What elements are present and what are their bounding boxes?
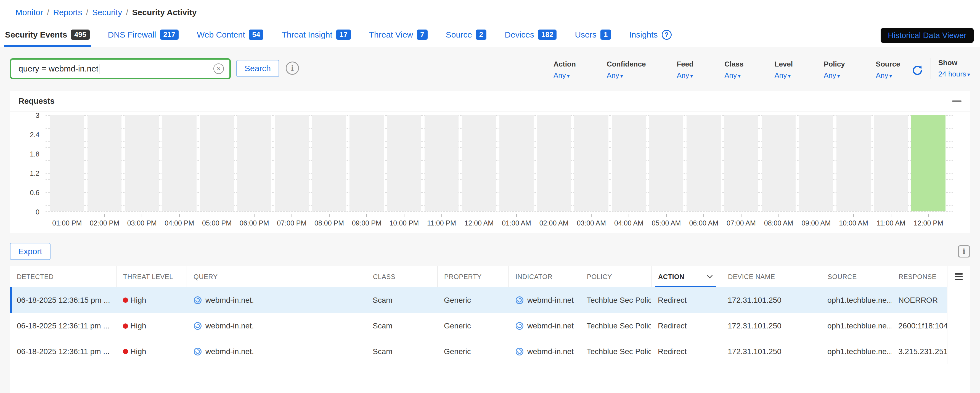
- x-tick-mark: [217, 214, 217, 217]
- table-row[interactable]: 06-18-2025 12:36:11 pm ...Highwebmd-in.n…: [10, 339, 970, 364]
- x-axis-cell: 12:00 PM: [911, 214, 945, 230]
- table-info-icon[interactable]: i: [958, 245, 970, 258]
- x-axis-cell: 08:00 AM: [762, 214, 796, 230]
- y-axis-ticks: 32.41.81.20.60: [19, 115, 40, 212]
- cell-threat-level: High: [116, 339, 187, 364]
- tab-devices[interactable]: Devices182: [504, 30, 558, 47]
- cell-class: Scam: [366, 313, 437, 339]
- x-tick-mark: [778, 214, 779, 217]
- x-tick-mark: [441, 214, 442, 217]
- show-label: Show: [938, 59, 970, 67]
- x-tick-label: 11:00 AM: [877, 219, 905, 227]
- x-axis-cell: 11:00 AM: [874, 214, 908, 230]
- x-tick-mark: [816, 214, 816, 217]
- column-header-query[interactable]: QUERY: [187, 266, 366, 287]
- threat-level-dot: [123, 349, 128, 354]
- table-row[interactable]: 06-18-2025 12:36:15 pm ...Highwebmd-in.n…: [10, 287, 970, 313]
- filter-source-dropdown[interactable]: Any▾: [876, 71, 900, 80]
- column-settings-menu[interactable]: [947, 266, 970, 287]
- hour-band: [125, 115, 159, 212]
- x-tick-mark: [628, 214, 629, 217]
- collapse-panel-icon[interactable]: [952, 100, 961, 102]
- show-value-dropdown[interactable]: 24 hours▾: [938, 70, 970, 78]
- column-header-class[interactable]: CLASS: [366, 266, 437, 287]
- gridline: [46, 212, 953, 212]
- column-header-indicator[interactable]: INDICATOR: [509, 266, 580, 287]
- hour-band: [762, 115, 796, 212]
- column-header-response[interactable]: RESPONSE: [892, 266, 947, 287]
- hour-band: [574, 115, 608, 212]
- column-header-device-name[interactable]: DEVICE NAME: [721, 266, 821, 287]
- cell-source: oph1.techblue.ne...: [821, 287, 892, 313]
- historical-data-viewer-button[interactable]: Historical Data Viewer: [881, 28, 974, 43]
- column-header-policy[interactable]: POLICY: [580, 266, 651, 287]
- chevron-down-icon[interactable]: [706, 273, 714, 281]
- security-events-table: DETECTEDTHREAT LEVELQUERYCLASSPROPERTYIN…: [10, 266, 970, 393]
- x-axis-cell: 04:00 PM: [162, 214, 197, 230]
- tab-source[interactable]: Source2: [445, 30, 488, 47]
- hour-band: [687, 115, 721, 212]
- menu-icon[interactable]: [955, 273, 963, 280]
- filter-feed: FeedAny▾: [677, 60, 694, 80]
- tab-dns-firewall[interactable]: DNS Firewall217: [107, 30, 180, 47]
- tab-label: Devices: [504, 30, 534, 40]
- caret-down-icon: ▾: [690, 73, 693, 79]
- tab-security-events[interactable]: Security Events495: [4, 30, 91, 47]
- caret-down-icon: ▾: [738, 73, 741, 79]
- search-button[interactable]: Search: [236, 60, 279, 77]
- table-row[interactable]: 06-18-2025 12:36:11 pm ...Highwebmd-in.n…: [10, 313, 970, 339]
- breadcrumb-link-monitor[interactable]: Monitor: [16, 8, 43, 17]
- x-tick-label: 09:00 PM: [352, 219, 382, 227]
- filter-value-text: Any: [607, 71, 619, 80]
- export-button[interactable]: Export: [10, 243, 51, 260]
- cell-threat-level: High: [116, 313, 187, 339]
- x-tick-label: 12:00 PM: [914, 219, 943, 227]
- x-tick-label: 01:00 PM: [52, 219, 82, 227]
- x-tick-label: 05:00 AM: [652, 219, 681, 227]
- x-axis-cell: 01:00 PM: [50, 214, 84, 230]
- clear-search-icon[interactable]: ×: [213, 64, 224, 74]
- x-tick-mark: [703, 214, 704, 217]
- tab-web-content[interactable]: Web Content54: [196, 30, 264, 47]
- x-axis-cell: 09:00 AM: [799, 214, 833, 230]
- column-header-threat-level[interactable]: THREAT LEVEL: [116, 266, 187, 287]
- domain-indicator-icon: [193, 296, 202, 305]
- filter-feed-dropdown[interactable]: Any▾: [677, 71, 694, 80]
- breadcrumb-link-reports[interactable]: Reports: [53, 8, 82, 17]
- filter-confidence-dropdown[interactable]: Any▾: [607, 71, 646, 80]
- domain-indicator-icon: [193, 321, 202, 330]
- column-header-detected[interactable]: DETECTED: [10, 266, 116, 287]
- column-header-property[interactable]: PROPERTY: [437, 266, 509, 287]
- filter-policy-dropdown[interactable]: Any▾: [824, 71, 845, 80]
- x-axis-cell: 11:00 PM: [425, 214, 459, 230]
- column-header-source[interactable]: SOURCE: [821, 266, 892, 287]
- search-input[interactable]: query = webmd-in.net ×: [10, 58, 231, 79]
- filter-action-dropdown[interactable]: Any▾: [554, 71, 576, 80]
- tab-label: DNS Firewall: [108, 30, 156, 40]
- indicator-text: webmd-in.net: [527, 321, 574, 330]
- tab-threat-view[interactable]: Threat View7: [368, 30, 429, 47]
- breadcrumb-link-security[interactable]: Security: [92, 8, 122, 17]
- x-tick-mark: [104, 214, 105, 217]
- x-tick-label: 05:00 PM: [202, 219, 232, 227]
- tab-label: Security Events: [5, 30, 67, 40]
- filter-level-dropdown[interactable]: Any▾: [775, 71, 793, 80]
- column-header-action[interactable]: ACTION: [651, 266, 721, 287]
- filter-source: SourceAny▾: [876, 60, 900, 80]
- tab-users[interactable]: Users1: [574, 30, 612, 47]
- tab-label: Insights: [629, 30, 657, 40]
- tab-insights[interactable]: Insights?: [628, 30, 673, 47]
- threat-level-dot: [123, 298, 128, 303]
- tab-threat-insight[interactable]: Threat Insight17: [280, 30, 352, 47]
- requests-panel-header: Requests: [10, 91, 970, 111]
- filter-class: ClassAny▾: [724, 60, 743, 80]
- cell-response: 2600:1f18:1043:...: [892, 313, 947, 339]
- hour-band: [275, 115, 309, 212]
- refresh-icon[interactable]: [911, 64, 923, 76]
- cell-policy: Techblue Sec Policy: [580, 287, 651, 313]
- filter-class-dropdown[interactable]: Any▾: [724, 71, 743, 80]
- info-icon[interactable]: i: [286, 62, 299, 75]
- x-tick-label: 09:00 AM: [802, 219, 830, 227]
- x-tick-label: 03:00 PM: [127, 219, 157, 227]
- hour-band: [537, 115, 571, 212]
